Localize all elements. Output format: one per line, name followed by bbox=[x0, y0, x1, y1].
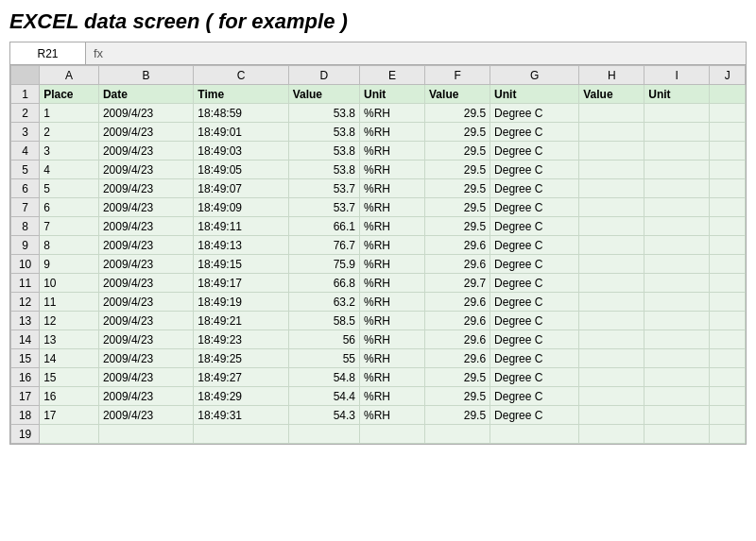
cell-r4-c4[interactable]: %RH bbox=[360, 142, 425, 161]
cell-r6-c1[interactable]: 2009/4/23 bbox=[98, 179, 193, 198]
cell-r13-c7[interactable] bbox=[579, 312, 644, 330]
formula-input[interactable] bbox=[111, 52, 746, 56]
cell-r12-c8[interactable] bbox=[644, 293, 710, 312]
col-header-J[interactable]: J bbox=[710, 66, 746, 85]
cell-r6-c2[interactable]: 18:49:07 bbox=[194, 179, 288, 198]
cell-r4-c0[interactable]: 3 bbox=[40, 142, 99, 161]
col-header-C[interactable]: C bbox=[194, 66, 288, 85]
cell-r3-c3[interactable]: 53.8 bbox=[288, 123, 359, 142]
cell-r9-c8[interactable] bbox=[644, 236, 710, 255]
cell-r13-c2[interactable]: 18:49:21 bbox=[194, 312, 288, 330]
cell-r18-c8[interactable] bbox=[644, 406, 710, 425]
col-header-B[interactable]: B bbox=[98, 66, 193, 85]
cell-r11-c8[interactable] bbox=[644, 274, 710, 293]
cell-r19-c3[interactable] bbox=[288, 425, 359, 444]
cell-r12-c5[interactable]: 29.6 bbox=[425, 293, 490, 312]
cell-r19-c5[interactable] bbox=[425, 425, 490, 444]
cell-r16-c0[interactable]: 15 bbox=[40, 368, 99, 387]
cell-r4-c6[interactable]: Degree C bbox=[490, 142, 579, 161]
cell-r2-c1[interactable]: 2009/4/23 bbox=[98, 104, 193, 123]
cell-r16-c6[interactable]: Degree C bbox=[490, 368, 579, 387]
cell-r18-c7[interactable] bbox=[579, 406, 644, 425]
cell-r5-c1[interactable]: 2009/4/23 bbox=[98, 161, 193, 179]
cell-r3-c5[interactable]: 29.5 bbox=[425, 123, 490, 142]
col-header-D[interactable]: D bbox=[288, 66, 359, 85]
cell-r16-c5[interactable]: 29.5 bbox=[425, 368, 490, 387]
cell-r17-c8[interactable] bbox=[644, 387, 710, 406]
cell-r2-c5[interactable]: 29.5 bbox=[425, 104, 490, 123]
cell-r9-c3[interactable]: 76.7 bbox=[288, 236, 359, 255]
cell-r11-c6[interactable]: Degree C bbox=[490, 274, 579, 293]
cell-r9-c6[interactable]: Degree C bbox=[490, 236, 579, 255]
cell-r7-c5[interactable]: 29.5 bbox=[425, 198, 490, 217]
cell-r5-c2[interactable]: 18:49:05 bbox=[194, 161, 288, 179]
cell-r4-c8[interactable] bbox=[644, 142, 710, 161]
cell-r5-c4[interactable]: %RH bbox=[360, 161, 425, 179]
cell-r18-c6[interactable]: Degree C bbox=[490, 406, 579, 425]
cell-r11-c0[interactable]: 10 bbox=[40, 274, 99, 293]
cell-r7-c1[interactable]: 2009/4/23 bbox=[98, 198, 193, 217]
header-cell-7[interactable]: Value bbox=[579, 85, 644, 104]
cell-r12-c7[interactable] bbox=[579, 293, 644, 312]
cell-r18-c0[interactable]: 17 bbox=[40, 406, 99, 425]
header-cell-2[interactable]: Time bbox=[194, 85, 288, 104]
cell-r18-c2[interactable]: 18:49:31 bbox=[194, 406, 288, 425]
cell-r10-c4[interactable]: %RH bbox=[360, 255, 425, 274]
cell-r17-c1[interactable]: 2009/4/23 bbox=[98, 387, 193, 406]
cell-r11-c2[interactable]: 18:49:17 bbox=[194, 274, 288, 293]
cell-r9-c0[interactable]: 8 bbox=[40, 236, 99, 255]
cell-r2-c4[interactable]: %RH bbox=[360, 104, 425, 123]
cell-r15-c3[interactable]: 55 bbox=[288, 349, 359, 368]
cell-r13-c3[interactable]: 58.5 bbox=[288, 312, 359, 330]
cell-r12-c9[interactable] bbox=[710, 293, 746, 312]
name-box[interactable]: R21 bbox=[10, 42, 86, 64]
cell-r3-c6[interactable]: Degree C bbox=[490, 123, 579, 142]
cell-r8-c9[interactable] bbox=[710, 217, 746, 236]
header-cell-0[interactable]: Place bbox=[40, 85, 99, 104]
cell-r15-c9[interactable] bbox=[710, 349, 746, 368]
cell-r2-c3[interactable]: 53.8 bbox=[288, 104, 359, 123]
cell-r16-c4[interactable]: %RH bbox=[360, 368, 425, 387]
cell-r8-c6[interactable]: Degree C bbox=[490, 217, 579, 236]
cell-r13-c1[interactable]: 2009/4/23 bbox=[98, 312, 193, 330]
col-header-E[interactable]: E bbox=[360, 66, 425, 85]
cell-r15-c5[interactable]: 29.6 bbox=[425, 349, 490, 368]
cell-r7-c9[interactable] bbox=[710, 198, 746, 217]
cell-r8-c1[interactable]: 2009/4/23 bbox=[98, 217, 193, 236]
cell-r15-c7[interactable] bbox=[579, 349, 644, 368]
cell-r14-c1[interactable]: 2009/4/23 bbox=[98, 330, 193, 349]
cell-r10-c0[interactable]: 9 bbox=[40, 255, 99, 274]
cell-r14-c8[interactable] bbox=[644, 330, 710, 349]
header-cell-8[interactable]: Unit bbox=[644, 85, 710, 104]
cell-r4-c9[interactable] bbox=[710, 142, 746, 161]
cell-r6-c5[interactable]: 29.5 bbox=[425, 179, 490, 198]
header-cell-9[interactable] bbox=[710, 85, 746, 104]
cell-r10-c2[interactable]: 18:49:15 bbox=[194, 255, 288, 274]
cell-r4-c3[interactable]: 53.8 bbox=[288, 142, 359, 161]
cell-r15-c6[interactable]: Degree C bbox=[490, 349, 579, 368]
cell-r18-c4[interactable]: %RH bbox=[360, 406, 425, 425]
cell-r3-c2[interactable]: 18:49:01 bbox=[194, 123, 288, 142]
cell-r8-c3[interactable]: 66.1 bbox=[288, 217, 359, 236]
cell-r5-c0[interactable]: 4 bbox=[40, 161, 99, 179]
cell-r10-c1[interactable]: 2009/4/23 bbox=[98, 255, 193, 274]
cell-r16-c1[interactable]: 2009/4/23 bbox=[98, 368, 193, 387]
cell-r14-c6[interactable]: Degree C bbox=[490, 330, 579, 349]
cell-r19-c7[interactable] bbox=[579, 425, 644, 444]
cell-r13-c6[interactable]: Degree C bbox=[490, 312, 579, 330]
cell-r2-c0[interactable]: 1 bbox=[40, 104, 99, 123]
cell-r8-c8[interactable] bbox=[644, 217, 710, 236]
cell-r16-c2[interactable]: 18:49:27 bbox=[194, 368, 288, 387]
cell-r16-c3[interactable]: 54.8 bbox=[288, 368, 359, 387]
cell-r2-c6[interactable]: Degree C bbox=[490, 104, 579, 123]
cell-r6-c9[interactable] bbox=[710, 179, 746, 198]
cell-r11-c4[interactable]: %RH bbox=[360, 274, 425, 293]
cell-r13-c9[interactable] bbox=[710, 312, 746, 330]
cell-r13-c8[interactable] bbox=[644, 312, 710, 330]
cell-r3-c7[interactable] bbox=[579, 123, 644, 142]
col-header-I[interactable]: I bbox=[644, 66, 710, 85]
cell-r19-c8[interactable] bbox=[644, 425, 710, 444]
cell-r13-c0[interactable]: 12 bbox=[40, 312, 99, 330]
col-header-G[interactable]: G bbox=[490, 66, 579, 85]
cell-r6-c6[interactable]: Degree C bbox=[490, 179, 579, 198]
